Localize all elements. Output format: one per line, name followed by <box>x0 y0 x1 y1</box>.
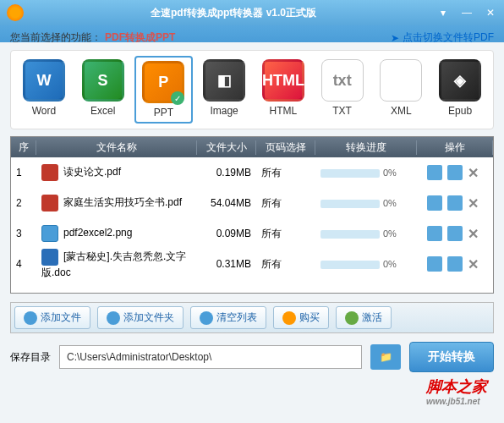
cell-page[interactable]: 所有 <box>256 257 315 272</box>
plus-icon <box>24 311 37 325</box>
table-header: 序 文件名称 文件大小 页码选择 转换进度 操作 <box>11 137 493 157</box>
format-xml[interactable]: XML <box>374 56 430 124</box>
buy-button[interactable]: 购买 <box>273 306 329 329</box>
switch-file-to-pdf-link[interactable]: ➤ 点击切换文件转PDF <box>391 30 494 45</box>
format-bar: WWordSExcelPPPT✓◧ImageHTMLHTMLtxtTXTXML◈… <box>10 50 494 129</box>
excel-icon: S <box>82 59 124 102</box>
buy-label: 购买 <box>299 310 320 325</box>
table-row[interactable]: 2 家庭生活实用技巧全书.pdf 54.04MB 所有 0% ✕ <box>11 188 493 218</box>
titlebar: 全速pdf转换成ppt转换器 v1.0正式版 ▾ — ✕ <box>0 0 504 25</box>
cell-name: [蒙古秘史].失吉忽秃忽.文字版.doc <box>36 249 197 280</box>
txt-icon: txt <box>321 59 364 102</box>
cell-size: 0.09MB <box>197 228 256 239</box>
browse-folder-button[interactable]: 📁 <box>370 344 401 370</box>
table-row[interactable]: 3 pdf2excel2.png 0.09MB 所有 0% ✕ <box>11 218 493 249</box>
header-size: 文件大小 <box>197 140 256 155</box>
format-html[interactable]: HTMLHTML <box>255 56 311 124</box>
remove-icon[interactable]: ✕ <box>468 165 483 180</box>
table-row[interactable]: 4 [蒙古秘史].失吉忽秃忽.文字版.doc 0.31MB 所有 0% ✕ <box>11 249 493 279</box>
remove-icon[interactable]: ✕ <box>468 256 483 272</box>
cell-name: 读史论文.pdf <box>36 164 197 181</box>
clear-label: 清空列表 <box>216 310 257 325</box>
cell-size: 0.31MB <box>197 258 256 270</box>
format-epub[interactable]: ◈Epub <box>432 56 488 124</box>
cell-page[interactable]: 所有 <box>256 166 315 180</box>
header-seq: 序 <box>11 140 36 155</box>
add-file-button[interactable]: 添加文件 <box>14 306 90 329</box>
start-convert-button[interactable]: 开始转换 <box>409 342 494 372</box>
add-folder-button[interactable]: 添加文件夹 <box>97 306 184 329</box>
remove-icon[interactable]: ✕ <box>468 195 483 211</box>
format-label: Epub <box>434 105 486 117</box>
cell-seq: 2 <box>11 197 36 209</box>
dropdown-icon[interactable]: ▾ <box>436 6 450 19</box>
cell-seq: 4 <box>11 258 36 270</box>
open-folder-icon[interactable] <box>427 226 442 241</box>
progress-text: 0% <box>383 198 397 208</box>
minimize-button[interactable]: — <box>460 6 474 19</box>
format-txt[interactable]: txtTXT <box>315 56 370 124</box>
clear-list-button[interactable]: 清空列表 <box>190 306 266 329</box>
open-file-icon[interactable] <box>447 226 463 241</box>
add-file-label: 添加文件 <box>41 310 81 325</box>
progress-text: 0% <box>383 228 397 239</box>
clear-icon <box>200 311 213 325</box>
arrow-right-icon: ➤ <box>391 32 399 44</box>
header-name: 文件名称 <box>36 140 197 155</box>
format-word[interactable]: WWord <box>16 56 72 124</box>
format-label: TXT <box>316 105 369 117</box>
format-ppt[interactable]: PPPT✓ <box>134 56 194 124</box>
word-icon: W <box>23 59 65 102</box>
app-logo-icon <box>7 4 24 21</box>
close-button[interactable]: ✕ <box>484 6 497 19</box>
header-ops: 操作 <box>417 140 493 155</box>
bottom-bar: 保存目录 C:\Users\Administrator\Desktop\ 📁 开… <box>10 342 494 372</box>
activate-label: 激活 <box>362 310 382 325</box>
cell-name: pdf2excel2.png <box>36 225 197 242</box>
cell-progress: 0% <box>315 258 417 270</box>
cell-seq: 3 <box>11 228 36 239</box>
switch-file-label: 点击切换文件转PDF <box>403 30 494 45</box>
cell-page[interactable]: 所有 <box>256 227 315 241</box>
cell-page[interactable]: 所有 <box>256 196 315 211</box>
xml-icon <box>380 59 422 102</box>
cell-progress: 0% <box>315 197 417 209</box>
file-icon <box>41 249 58 266</box>
progress-text: 0% <box>383 168 397 178</box>
image-icon: ◧ <box>203 59 245 102</box>
format-label: Word <box>18 105 70 117</box>
format-image[interactable]: ◧Image <box>196 56 252 124</box>
cell-progress: 0% <box>315 167 417 179</box>
file-table: 序 文件名称 文件大小 页码选择 转换进度 操作 1 读史论文.pdf 0.19… <box>10 136 494 294</box>
remove-icon[interactable]: ✕ <box>468 226 483 241</box>
cell-seq: 1 <box>11 167 36 179</box>
format-label: Excel <box>77 105 129 117</box>
progress-bar <box>320 200 380 208</box>
header-progress: 转换进度 <box>315 140 417 155</box>
open-file-icon[interactable] <box>447 165 463 180</box>
cell-size: 0.19MB <box>197 167 256 179</box>
table-row[interactable]: 1 读史论文.pdf 0.19MB 所有 0% ✕ <box>11 157 493 188</box>
open-folder-icon[interactable] <box>427 195 442 211</box>
key-icon <box>345 311 359 325</box>
plus-folder-icon <box>107 311 120 325</box>
save-dir-label: 保存目录 <box>10 350 51 365</box>
html-icon: HTML <box>262 59 304 102</box>
activate-button[interactable]: 激活 <box>336 306 392 329</box>
open-folder-icon[interactable] <box>427 256 442 272</box>
open-folder-icon[interactable] <box>427 165 442 180</box>
current-function-value: PDF转换成PPT <box>105 30 175 45</box>
check-icon: ✓ <box>171 91 184 105</box>
format-label: XML <box>375 105 428 117</box>
file-icon <box>41 164 58 181</box>
format-label: Image <box>198 105 250 117</box>
file-icon <box>41 225 58 242</box>
format-excel[interactable]: SExcel <box>75 56 131 124</box>
save-path-input[interactable]: C:\Users\Administrator\Desktop\ <box>59 345 362 369</box>
open-file-icon[interactable] <box>447 256 463 272</box>
add-folder-label: 添加文件夹 <box>123 310 174 325</box>
open-file-icon[interactable] <box>447 195 463 211</box>
format-label: HTML <box>257 105 310 117</box>
window-title: 全速pdf转换成ppt转换器 v1.0正式版 <box>30 6 436 20</box>
folder-icon: 📁 <box>380 351 392 363</box>
